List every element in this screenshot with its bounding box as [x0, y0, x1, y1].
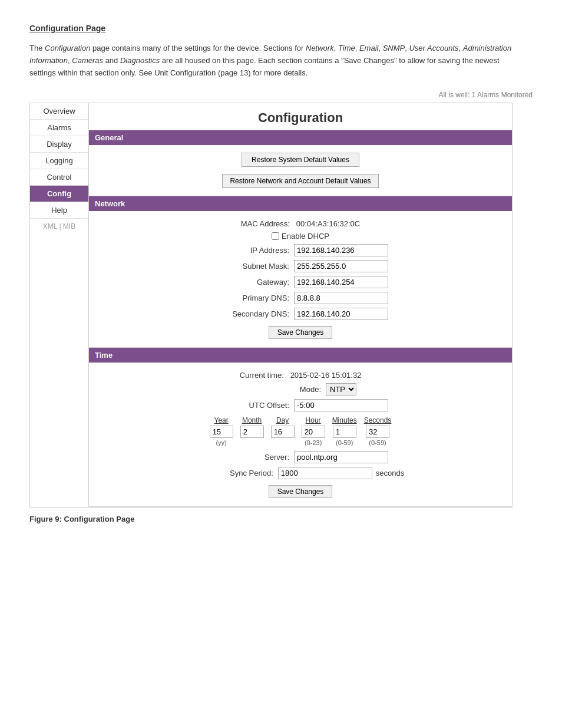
- section-time: Time Current time: 2015-02-16 15:01:32 M…: [89, 348, 512, 507]
- main-content: Configuration General Restore System Def…: [89, 103, 512, 507]
- minutes-input[interactable]: [333, 426, 356, 438]
- sidebar-item-alarms[interactable]: Alarms: [30, 120, 88, 136]
- sidebar: Overview Alarms Display Logging Control …: [30, 103, 89, 507]
- hour-hint: (0-23): [305, 439, 322, 446]
- subnet-mask-input[interactable]: [294, 260, 388, 272]
- year-input[interactable]: [210, 426, 233, 438]
- hour-input[interactable]: [302, 426, 325, 438]
- enable-dhcp-checkbox[interactable]: [272, 232, 279, 240]
- page-heading: Configuration: [89, 103, 512, 130]
- status-bar: All is well: 1 Alarms Monitored: [29, 91, 533, 99]
- seconds-input[interactable]: [366, 426, 389, 438]
- figure-caption: Figure 9: Configuration Page: [29, 515, 533, 523]
- enable-dhcp-label: Enable DHCP: [282, 232, 329, 241]
- sidebar-item-display[interactable]: Display: [30, 136, 88, 153]
- restore-network-button[interactable]: Restore Network and Account Default Valu…: [222, 174, 378, 188]
- network-header: Network: [89, 196, 512, 211]
- gateway-input[interactable]: [294, 276, 388, 288]
- time-save-row: Save Changes: [101, 485, 500, 498]
- current-time-label: Current time:: [240, 371, 284, 380]
- time-save-button[interactable]: Save Changes: [269, 485, 333, 498]
- section-network: Network MAC Address: 00:04:A3:16:32:0C E…: [89, 196, 512, 348]
- year-label: Year: [214, 416, 229, 424]
- sidebar-item-logging[interactable]: Logging: [30, 153, 88, 169]
- primary-dns-input[interactable]: [294, 292, 388, 304]
- sync-period-unit: seconds: [376, 469, 404, 477]
- enable-dhcp-row: Enable DHCP: [101, 232, 500, 241]
- ip-address-input[interactable]: [294, 244, 388, 256]
- mac-address-value: 00:04:A3:16:32:0C: [296, 219, 360, 228]
- page-title: Configuration Page: [29, 24, 533, 33]
- secondary-dns-input[interactable]: [294, 308, 388, 320]
- month-label: Month: [242, 416, 262, 424]
- year-hint: (yy): [216, 439, 226, 446]
- utc-offset-label: UTC Offset:: [213, 401, 289, 410]
- sidebar-item-help[interactable]: Help: [30, 202, 88, 219]
- general-header: General: [89, 130, 512, 145]
- secondary-dns-label: Secondary DNS:: [213, 309, 289, 318]
- day-input[interactable]: [271, 426, 295, 438]
- network-save-button[interactable]: Save Changes: [269, 326, 333, 339]
- primary-dns-label: Primary DNS:: [213, 294, 289, 302]
- sync-period-input[interactable]: [278, 467, 372, 479]
- current-time-value: 2015-02-16 15:01:32: [290, 371, 362, 380]
- intro-text: The Configuration page contains many of …: [29, 42, 513, 79]
- sidebar-item-control[interactable]: Control: [30, 169, 88, 186]
- time-header: Time: [89, 348, 512, 363]
- datetime-grid: Year (yy) Month Day: [101, 416, 500, 446]
- mode-label: Mode:: [244, 385, 321, 394]
- mac-address-label: MAC Address:: [241, 219, 290, 228]
- server-input[interactable]: [294, 451, 388, 463]
- network-save-row: Save Changes: [101, 326, 500, 339]
- mac-address-row: MAC Address: 00:04:A3:16:32:0C: [101, 219, 500, 228]
- sidebar-item-overview[interactable]: Overview: [30, 103, 88, 120]
- sync-period-label: Sync Period:: [197, 469, 273, 477]
- subnet-mask-label: Subnet Mask:: [213, 262, 289, 271]
- sidebar-item-config[interactable]: Config: [30, 186, 88, 202]
- minutes-label: Minutes: [332, 416, 357, 424]
- ip-address-label: IP Address:: [213, 246, 289, 255]
- hour-label: Hour: [306, 416, 321, 424]
- seconds-hint: (0-59): [369, 439, 386, 446]
- server-label: Server:: [213, 453, 289, 462]
- seconds-label: Seconds: [364, 416, 392, 424]
- section-general: General Restore System Default Values Re…: [89, 130, 512, 196]
- gateway-label: Gateway:: [213, 278, 289, 286]
- day-label: Day: [276, 416, 289, 424]
- utc-offset-input[interactable]: [294, 399, 388, 411]
- mode-select[interactable]: NTP: [326, 383, 356, 396]
- month-input[interactable]: [240, 426, 264, 438]
- sidebar-item-xml-mib[interactable]: XML | MIB: [30, 219, 88, 234]
- minutes-hint: (0-59): [336, 439, 353, 446]
- restore-system-button[interactable]: Restore System Default Values: [242, 153, 359, 167]
